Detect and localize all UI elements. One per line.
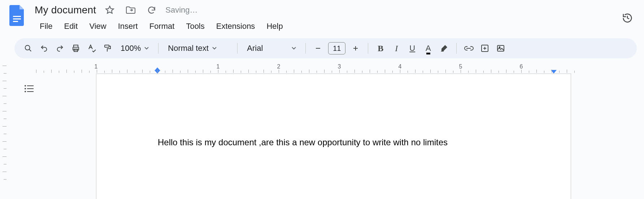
move-icon[interactable] [123,3,138,17]
paragraph-style-dropdown[interactable]: Normal text [164,41,232,56]
menu-view[interactable]: View [84,19,111,33]
svg-point-14 [25,91,26,92]
cloud-sync-icon[interactable] [144,3,159,17]
spellcheck-icon[interactable] [84,41,99,56]
ruler-number: 4 [399,63,402,70]
vertical-ruler[interactable] [0,62,8,199]
bold-button[interactable]: B [373,41,388,56]
caret-down-icon [292,47,296,50]
caret-down-icon [212,47,217,50]
paint-format-icon[interactable] [100,41,115,56]
svg-rect-6 [105,45,109,47]
docs-logo[interactable] [8,3,27,28]
font-family-dropdown[interactable]: Arial [243,41,300,56]
ruler-number: 1 [95,63,98,70]
ruler-number: 5 [459,63,462,70]
menu-tools[interactable]: Tools [181,19,209,33]
header-right [620,3,638,25]
separator [305,43,306,54]
font-size-group: 11 [311,41,363,56]
search-icon[interactable] [21,41,35,56]
increase-font-size-button[interactable] [348,41,363,56]
zoom-value: 100% [121,44,141,53]
svg-rect-4 [73,47,79,50]
insert-link-button[interactable] [462,41,476,56]
horizontal-ruler[interactable]: 1123456 [14,62,644,73]
menu-bar: File Edit View Insert Format Tools Exten… [35,19,288,33]
svg-point-12 [25,88,26,89]
undo-icon[interactable] [37,41,51,56]
document-title[interactable]: My document [35,4,96,16]
add-comment-button[interactable] [478,41,492,56]
svg-rect-11 [27,85,34,86]
print-icon[interactable] [69,41,83,56]
separator [368,43,368,54]
caret-down-icon [144,47,149,50]
svg-point-3 [25,45,30,50]
document-area: Hello this is my document ,are this a ne… [14,73,644,195]
separator [237,43,238,54]
show-outline-button[interactable] [21,81,37,97]
toolbar: 100% Normal text Arial 11 B I U A [14,38,637,58]
separator [456,43,457,54]
separator [158,43,158,54]
decrease-font-size-button[interactable] [311,41,325,56]
svg-rect-7 [482,45,488,52]
font-size-input[interactable]: 11 [328,42,345,54]
svg-point-10 [25,85,26,87]
document-body-text[interactable]: Hello this is my document ,are this a ne… [158,137,448,147]
svg-rect-15 [27,91,34,92]
svg-rect-8 [497,45,504,51]
insert-image-button[interactable] [493,41,508,56]
save-status: Saving… [165,5,197,15]
ruler-number: 2 [277,63,280,70]
header: My document Saving… File Edit View Inser… [0,0,644,33]
ruler-number: 1 [217,63,220,70]
ruler-number: 6 [520,63,523,70]
document-page[interactable]: Hello this is my document ,are this a ne… [96,74,571,199]
svg-point-9 [499,47,500,48]
svg-rect-0 [13,16,21,17]
svg-rect-2 [13,21,18,22]
paragraph-style-value: Normal text [168,44,208,53]
menu-format[interactable]: Format [144,19,180,33]
menu-edit[interactable]: Edit [59,19,83,33]
redo-icon[interactable] [53,41,67,56]
text-color-button[interactable]: A [421,41,435,56]
star-icon[interactable] [103,3,117,17]
svg-rect-1 [13,18,21,19]
menu-help[interactable]: Help [261,19,288,33]
menu-file[interactable]: File [35,19,57,33]
font-family-value: Arial [247,44,263,53]
ruler-number: 3 [338,63,341,70]
underline-button[interactable]: U [405,41,419,56]
svg-rect-5 [74,49,78,52]
italic-button[interactable]: I [389,41,404,56]
menu-insert[interactable]: Insert [113,19,143,33]
history-icon[interactable] [620,11,635,25]
workspace: 1123456 Hello this is my document ,are t… [0,62,644,195]
svg-rect-13 [27,88,34,89]
highlight-color-button[interactable] [437,41,451,56]
zoom-dropdown[interactable]: 100% [116,41,153,56]
title-and-menu: My document Saving… File Edit View Inser… [35,3,288,33]
menu-extensions[interactable]: Extensions [211,19,260,33]
